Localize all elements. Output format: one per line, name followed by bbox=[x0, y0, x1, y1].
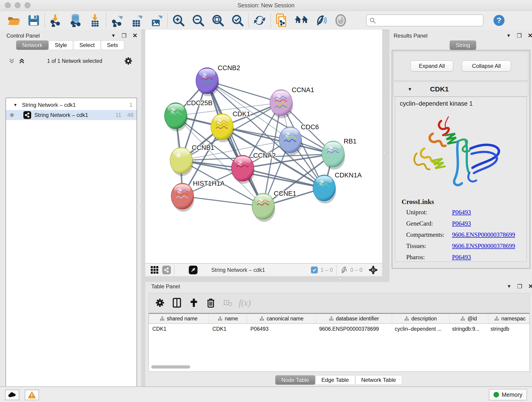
control-panel-menu-icon[interactable]: ▼ bbox=[111, 33, 116, 38]
selected-checkbox-icon[interactable] bbox=[311, 267, 318, 274]
right-splitter-handle[interactable] bbox=[383, 150, 386, 155]
table-cell[interactable]: stringdb bbox=[487, 324, 530, 334]
memory-button[interactable]: Memory bbox=[489, 389, 527, 400]
import-network-from-file-button[interactable] bbox=[46, 12, 65, 28]
left-splitter-handle[interactable] bbox=[140, 205, 144, 210]
zoom-in-button[interactable] bbox=[169, 12, 188, 28]
results-panel-menu-icon[interactable]: ▼ bbox=[506, 33, 511, 38]
column-header-name[interactable]: name bbox=[209, 314, 247, 323]
grid-view-icon[interactable] bbox=[150, 266, 159, 274]
help-button[interactable]: ? bbox=[493, 14, 505, 26]
network-selection-status: 1 of 1 Network selected bbox=[25, 58, 124, 64]
apply-layout-button[interactable] bbox=[250, 12, 269, 28]
tab-style[interactable]: Style bbox=[49, 40, 73, 50]
tab-sets[interactable]: Sets bbox=[101, 40, 124, 50]
column-header-database-identifier[interactable]: database identifier bbox=[316, 314, 392, 323]
control-panel-float-icon[interactable]: ❐ bbox=[122, 32, 127, 39]
network-node-RB1[interactable]: RB1 bbox=[322, 138, 356, 170]
tab-select[interactable]: Select bbox=[73, 40, 101, 50]
save-session-button[interactable] bbox=[24, 12, 44, 28]
delete-columns-button[interactable] bbox=[202, 295, 219, 311]
search-input[interactable] bbox=[366, 14, 483, 26]
gray-sphere-button[interactable] bbox=[331, 12, 351, 28]
pan-crosshair-icon[interactable] bbox=[368, 265, 378, 275]
expand-all-button[interactable]: Expand All bbox=[411, 61, 453, 71]
network-node-CCNB2[interactable]: CCNB2 bbox=[196, 64, 240, 96]
main-toolbar: ? bbox=[0, 11, 532, 30]
table-panel-float-icon[interactable]: ❐ bbox=[517, 283, 522, 290]
show-columns-button[interactable] bbox=[168, 295, 185, 311]
crosslink-pharos-link[interactable]: P06493 bbox=[452, 254, 471, 261]
warnings-button[interactable] bbox=[25, 390, 39, 400]
tab-network[interactable]: Network bbox=[16, 40, 49, 50]
table-cell[interactable]: stringdb:9... bbox=[448, 324, 487, 334]
network-node-CDK1[interactable]: CDK1 bbox=[211, 110, 250, 142]
column-header-description[interactable]: description bbox=[392, 314, 450, 323]
crosslink-tissues-link[interactable]: 9606.ENSP00000378699 bbox=[452, 242, 515, 249]
zoom-selected-button[interactable] bbox=[228, 12, 247, 28]
table-cell[interactable]: CDK1 bbox=[149, 324, 209, 334]
crosslink-compartments-link[interactable]: 9606.ENSP00000378699 bbox=[452, 231, 515, 238]
network-canvas[interactable]: CCNB2CCNA1CDC25BCDK1CDC6RB1CCNB1CCNA2CDK… bbox=[145, 30, 382, 263]
documents-icon bbox=[276, 13, 288, 27]
network-node-CCNA2[interactable]: CCNA2 bbox=[231, 152, 276, 184]
network-node-HIST1H1A[interactable]: HIST1H1A bbox=[171, 180, 225, 212]
network-node-CCNB1[interactable]: CCNB1 bbox=[170, 144, 214, 176]
table-cell[interactable]: 9606.ENSP00000378699 bbox=[316, 324, 391, 334]
collection-expand-triangle-icon[interactable]: ▼ bbox=[13, 103, 17, 108]
network-node-CCNE1[interactable]: CCNE1 bbox=[252, 190, 296, 222]
table-cell[interactable]: cyclin–dependent ... bbox=[391, 324, 448, 334]
cloud-status-button[interactable] bbox=[5, 390, 19, 400]
crosslink-uniprot-link[interactable]: P06493 bbox=[452, 209, 471, 216]
table-horizontal-scrollbar[interactable] bbox=[151, 365, 526, 370]
network-options-gear-icon[interactable] bbox=[124, 57, 133, 65]
tab-network-table[interactable]: Network Table bbox=[355, 375, 402, 385]
table-row[interactable]: CDK1CDK1P064939606.ENSP00000378699cyclin… bbox=[149, 324, 530, 334]
table-panel-menu-icon[interactable]: ▼ bbox=[507, 284, 511, 289]
tab-edge-table[interactable]: Edge Table bbox=[315, 375, 355, 385]
import-table-from-file-button[interactable] bbox=[85, 12, 105, 28]
network-edge-CCNE1-HIST1H1A[interactable] bbox=[182, 196, 263, 206]
network-edge-CCNB2-CCNE1[interactable] bbox=[207, 81, 263, 206]
tab-node-table[interactable]: Node Table bbox=[275, 375, 315, 385]
export-table-button[interactable] bbox=[127, 12, 147, 28]
birdseye-view-icon[interactable] bbox=[189, 266, 197, 274]
network-row[interactable]: String Network – cdk1 11 48 bbox=[6, 110, 137, 120]
column-header-shared-name[interactable]: shared name bbox=[149, 314, 209, 323]
zoom-out-button[interactable] bbox=[188, 12, 208, 28]
export-network-button[interactable] bbox=[107, 12, 127, 28]
table-panel-close-icon[interactable]: ✕ bbox=[528, 283, 532, 290]
tab-string[interactable]: String bbox=[450, 40, 476, 50]
refresh-icon bbox=[253, 14, 266, 27]
results-panel-close-icon[interactable]: ✕ bbox=[528, 32, 532, 39]
zoom-fit-button[interactable] bbox=[208, 12, 228, 28]
table-cell[interactable]: P06493 bbox=[247, 324, 316, 334]
collapse-all-button[interactable]: Collapse All bbox=[462, 61, 511, 71]
network-node-CDC6[interactable]: CDC6 bbox=[279, 123, 319, 155]
hide-selected-button[interactable] bbox=[311, 12, 331, 28]
column-header--id[interactable]: @id bbox=[450, 314, 488, 323]
protein-expand-triangle-icon[interactable]: ▼ bbox=[408, 87, 412, 92]
collapse-all-chevrons-icon[interactable] bbox=[8, 57, 15, 64]
expand-all-chevrons-icon[interactable] bbox=[18, 57, 25, 64]
import-network-from-database-button[interactable] bbox=[65, 12, 85, 28]
open-session-button[interactable] bbox=[4, 12, 24, 28]
table-cell[interactable]: CDK1 bbox=[209, 324, 247, 334]
export-image-button[interactable] bbox=[147, 12, 166, 28]
create-column-button[interactable] bbox=[185, 295, 202, 311]
column-header-namespac[interactable]: namespac bbox=[488, 314, 530, 323]
control-panel-close-icon[interactable]: ✕ bbox=[133, 32, 138, 39]
network-collection-row[interactable]: ▼ String Network – cdk1 1 bbox=[6, 100, 137, 110]
memory-label: Memory bbox=[502, 391, 522, 398]
scrollbar-thumb[interactable] bbox=[151, 365, 190, 369]
column-header-canonical-name[interactable]: canonical name bbox=[247, 314, 316, 323]
horizontal-splitter-handle[interactable] bbox=[338, 277, 343, 280]
table-options-button[interactable] bbox=[152, 295, 168, 311]
network-node-CDC25B[interactable]: CDC25B bbox=[165, 99, 212, 131]
string-view-icon[interactable] bbox=[162, 266, 171, 274]
results-panel-float-icon[interactable]: ❐ bbox=[517, 32, 522, 39]
crosslink-genecard-link[interactable]: P06493 bbox=[452, 220, 471, 227]
show-homes-button[interactable] bbox=[291, 12, 311, 28]
network-node-CDKN1A[interactable]: CDKN1A bbox=[313, 172, 362, 204]
clipboard-networks-button[interactable] bbox=[272, 12, 291, 28]
